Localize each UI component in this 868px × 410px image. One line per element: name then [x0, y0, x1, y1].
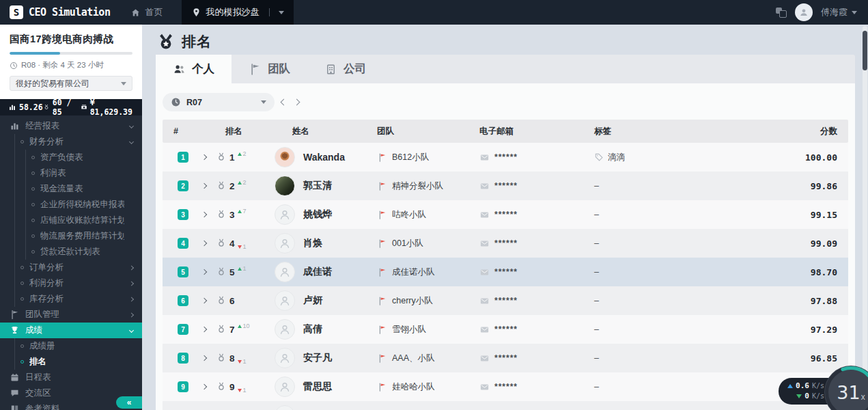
sidebar-item-成绩册[interactable]: 成绩册: [0, 338, 142, 354]
tag-value: –: [594, 296, 599, 305]
rank-change: 1: [238, 358, 247, 365]
round-select[interactable]: R07: [163, 93, 275, 111]
bullet-icon: [20, 344, 24, 348]
sidebar-item-订单分析[interactable]: 订单分析: [0, 260, 142, 275]
company-select-value: 很好的贸易有限公司: [16, 78, 89, 90]
floating-percent-ball[interactable]: 31 x: [824, 366, 868, 410]
menu-item-icon: [10, 310, 20, 320]
expand-chevron[interactable]: [201, 355, 207, 361]
sidebar-item-排名[interactable]: 排名: [0, 354, 142, 370]
sidebar-item-成绩[interactable]: 成绩: [0, 323, 142, 338]
sidebar-collapse-button[interactable]: «: [116, 396, 142, 409]
next-round-button[interactable]: [294, 99, 300, 106]
sidebar-item-企业所得税纳税申报表[interactable]: 企业所得税纳税申报表: [0, 197, 142, 213]
email-masked: ******: [494, 353, 518, 363]
upload-speed-value: 0.6: [796, 381, 809, 390]
download-arrow-icon: [796, 394, 802, 398]
table-row[interactable]: 5 5 1 成佳诺 成佳诺小队 ****** – 98.70: [163, 258, 848, 286]
email-icon: [479, 181, 490, 191]
user-avatar[interactable]: [795, 3, 813, 21]
menu-item-label: 订单分析: [29, 262, 64, 273]
flag-icon: [249, 63, 262, 76]
chevron-down-icon: [121, 82, 126, 85]
menu-item-icon: [10, 372, 20, 383]
round-progress-bar: [10, 52, 132, 55]
row-number-badge: 9: [178, 381, 188, 392]
bullet-icon: [20, 282, 24, 285]
player-name: Wakanda: [303, 152, 345, 163]
expand-chevron[interactable]: [201, 154, 207, 160]
rank-change-value: 1: [243, 265, 247, 272]
bullet-icon: [31, 203, 35, 206]
language-icon[interactable]: [776, 7, 787, 18]
tab-personal[interactable]: 个人: [156, 55, 232, 83]
table-row[interactable]: 4 4 1 肖焕 001小队 ****** – 99.09: [163, 229, 848, 258]
team-flag-icon: [377, 210, 387, 220]
company-select[interactable]: 很好的贸易有限公司: [10, 76, 132, 91]
table-row[interactable]: 7 7 10 高倩 雪翎小队 ****** – 97.29: [163, 315, 848, 344]
bullet-icon: [31, 219, 35, 222]
page-header: 排名: [142, 25, 868, 57]
tag-icon: [594, 152, 604, 162]
table-row[interactable]: [163, 401, 848, 410]
previous-round-button[interactable]: [281, 99, 288, 106]
table-row[interactable]: 8 8 1 安子凡 AAA、小队 ****** – 96.85: [163, 344, 848, 372]
expand-chevron[interactable]: [201, 183, 207, 189]
sidebar-item-现金流量表[interactable]: 现金流量表: [0, 181, 142, 197]
rank-change-arrow-icon: [238, 181, 242, 184]
app-brand[interactable]: S CEO Simulation: [0, 0, 121, 25]
table-row[interactable]: 1 1 2 Wakanda B612小队 ****** 滴滴 100.00: [163, 143, 848, 172]
menu-item-icon: [10, 388, 20, 398]
tab-team[interactable]: 团队: [232, 55, 307, 83]
user-menu[interactable]: 傅海霞: [821, 6, 857, 18]
expand-chevron[interactable]: [201, 212, 207, 217]
scrollbar-thumb[interactable]: [863, 31, 867, 70]
rank-value: 5: [229, 267, 235, 277]
rank-value: 4: [229, 238, 235, 249]
score-value: 96.85: [811, 353, 837, 364]
sidebar-item-日程表[interactable]: 日程表: [0, 370, 142, 385]
nav-home[interactable]: 首页: [121, 0, 172, 25]
nav-my-sandbox[interactable]: 我的模拟沙盘: [182, 0, 294, 25]
column-tag: 标签: [594, 126, 755, 137]
player-name: 高倩: [303, 323, 322, 336]
player-name: 姚钱烨: [303, 208, 332, 221]
rank-change: 7: [238, 208, 247, 215]
table-row[interactable]: 3 3 7 姚钱烨 咕咚小队 ****** – 99.15: [163, 200, 848, 229]
expand-chevron[interactable]: [201, 327, 207, 332]
menu-item-label: 店铺应收账款结算计划表: [40, 215, 124, 226]
course-card: 国商17跨境电商肉搏战 R08 · 剩余 4 天 23 小时 很好的贸易有限公司: [0, 25, 142, 99]
sidebar-item-库存分析[interactable]: 库存分析: [0, 291, 142, 307]
avatar: [275, 348, 295, 368]
sidebar-item-财务分析[interactable]: 财务分析: [0, 134, 142, 150]
menu-item-icon: [10, 325, 20, 336]
sidebar-item-经营报表[interactable]: 经营报表: [0, 118, 142, 134]
round-remaining-label: R08 · 剩余 4 天 23 小时: [21, 60, 104, 70]
user-name: 傅海霞: [821, 6, 848, 18]
sidebar-item-利润表[interactable]: 利润表: [0, 165, 142, 181]
expand-chevron[interactable]: [201, 298, 207, 303]
menu-item-label: 库存分析: [29, 293, 64, 305]
player-name: 安子凡: [303, 352, 332, 364]
expand-chevron[interactable]: [201, 269, 207, 275]
email-masked: ******: [494, 382, 518, 392]
sidebar-item-团队管理[interactable]: 团队管理: [0, 307, 142, 323]
expand-chevron[interactable]: [201, 241, 207, 246]
person-icon: [278, 208, 292, 221]
sidebar-item-贷款还款计划表[interactable]: 贷款还款计划表: [0, 244, 142, 260]
vertical-scrollbar[interactable]: [863, 26, 867, 409]
team-name: 娃哈哈小队: [392, 381, 435, 393]
menu-item-label: 财务分析: [29, 136, 64, 148]
table-row[interactable]: 6 6 卢妍 cherry小队 ****** – 97.88: [163, 286, 848, 315]
sidebar-item-利润分析[interactable]: 利润分析: [0, 275, 142, 291]
main-content: 排名 个人 团队 公司 R07: [142, 25, 868, 410]
rank-change-value: 1: [243, 358, 247, 365]
table-row[interactable]: 2 2 2 郭玉清 精神分裂小队 ****** – 99.86: [163, 172, 848, 200]
menu-item-icon: [10, 121, 20, 131]
sidebar-item-物流服务费用结算计划表[interactable]: 物流服务费用结算计划表: [0, 228, 142, 244]
sidebar-item-店铺应收账款结算计划表[interactable]: 店铺应收账款结算计划表: [0, 213, 142, 228]
table-row[interactable]: 9 9 1 雷思思 娃哈哈小队 ****** –: [163, 372, 848, 401]
expand-chevron[interactable]: [201, 384, 207, 390]
sidebar-item-资产负债表[interactable]: 资产负债表: [0, 150, 142, 165]
tab-company[interactable]: 公司: [307, 55, 383, 83]
